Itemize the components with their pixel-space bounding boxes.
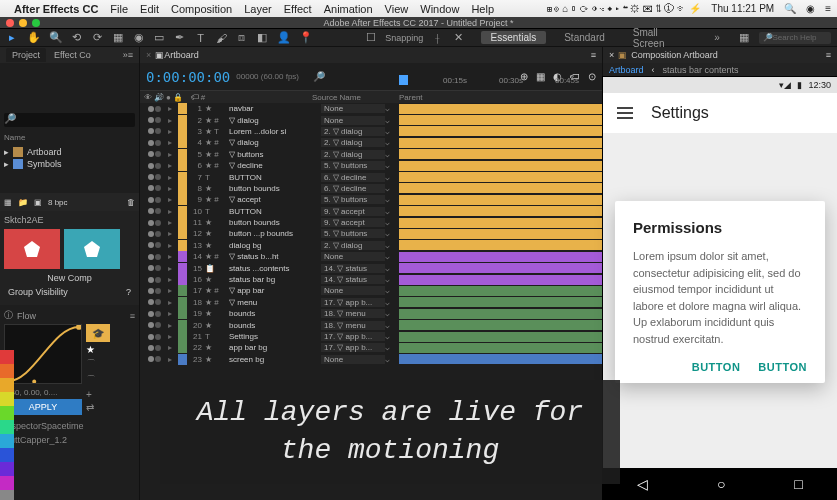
menu-layer[interactable]: Layer (244, 3, 272, 15)
swatch[interactable] (0, 476, 14, 490)
menu-view[interactable]: View (385, 3, 409, 15)
color-swatches[interactable] (0, 350, 14, 500)
shape-tool[interactable]: ▭ (153, 31, 166, 45)
group-visibility-help[interactable]: ? (126, 287, 131, 297)
layer-row[interactable]: ▸ 7 T BUTTON 6. ▽ decline⌵ (140, 171, 602, 182)
composition-viewer[interactable]: ▾◢ ▮ 12:30 Settings Permissions Lorem ip… (603, 77, 837, 500)
buttcapper[interactable]: ButtCapper_1.2 (4, 435, 135, 445)
app-menu[interactable]: After Effects CC (14, 3, 98, 15)
menu-file[interactable]: File (110, 3, 128, 15)
timeline-tab-artboard[interactable]: Artboard (164, 50, 199, 60)
tab-effect-controls[interactable]: Effect Co (54, 50, 91, 60)
bezier-values[interactable]: 0.40, 0.00, 0.... (4, 388, 82, 397)
layer-row[interactable]: ▸ 4 ★ # ▽ dialog 2. ▽ dialog⌵ (140, 137, 602, 148)
workspace-standard[interactable]: Standard (554, 32, 615, 43)
reset-workspace-icon[interactable]: ▦ (738, 31, 751, 45)
layer-row[interactable]: ▸ 14 ★ # ▽ status b...ht None⌵ (140, 251, 602, 262)
layer-row[interactable]: ▸ 3 ★ T Lorem ...dolor si 2. ▽ dialog⌵ (140, 126, 602, 137)
text-tool[interactable]: T (194, 31, 207, 45)
selection-tool[interactable]: ▸ (6, 31, 19, 45)
layer-row[interactable]: ▸ 6 ★ # ▽ decline 5. ▽ buttons⌵ (140, 160, 602, 171)
menu-edit[interactable]: Edit (140, 3, 159, 15)
layer-row[interactable]: ▸ 10 T BUTTON 9. ▽ accept⌵ (140, 206, 602, 217)
layer-row[interactable]: ▸ 16 ★ status bar bg 14. ▽ status⌵ (140, 274, 602, 285)
project-search[interactable]: 🔎 (4, 113, 135, 127)
interpret-icon[interactable]: ▦ (4, 198, 12, 207)
layer-row[interactable]: ▸ 15 📋 status ...contents 14. ▽ status⌵ (140, 262, 602, 273)
menu-window[interactable]: Window (420, 3, 459, 15)
brush-tool[interactable]: 🖌 (215, 31, 228, 45)
layer-row[interactable]: ▸ 9 ★ # ▽ accept 5. ▽ buttons⌵ (140, 194, 602, 205)
swatch[interactable] (0, 406, 14, 420)
layer-row[interactable]: ▸ 13 ★ dialog bg 2. ▽ dialog⌵ (140, 240, 602, 251)
anchor-tool[interactable]: ◉ (132, 31, 145, 45)
playhead[interactable] (399, 75, 408, 85)
layer-row[interactable]: ▸ 22 ★ app bar bg 17. ▽ app b...⌵ (140, 342, 602, 353)
rotate-tool[interactable]: ⟳ (91, 31, 104, 45)
puppet-tool[interactable]: 📍 (299, 31, 313, 45)
roto-tool[interactable]: 👤 (277, 31, 291, 45)
pen-tool[interactable]: ✒ (174, 31, 187, 45)
trash-icon[interactable]: 🗑 (127, 198, 135, 207)
traffic-lights[interactable] (6, 19, 40, 27)
layer-row[interactable]: ▸ 2 ★ # ▽ dialog None⌵ (140, 114, 602, 125)
menu-help[interactable]: Help (471, 3, 494, 15)
menubar-icons[interactable]: ⊞ ⊚ ⌂ ▯ ⟳ ◑ ⌥ ◆ ▸ ☁ ⚙ ✉ ⇅ ⓘ ᯤ ⚡ (547, 3, 702, 14)
workspace-smallscreen[interactable]: Small Screen (623, 27, 697, 49)
layer-row[interactable]: ▸ 5 ★ # ▽ buttons 2. ▽ dialog⌵ (140, 149, 602, 160)
new-comp-icon[interactable]: ▣ (34, 198, 42, 207)
swatch[interactable] (0, 364, 14, 378)
swatch[interactable] (0, 434, 14, 448)
search-layers-icon[interactable]: 🔎 (313, 71, 325, 82)
swatch[interactable] (0, 392, 14, 406)
siri-icon[interactable]: ◉ (806, 3, 815, 14)
stamp-tool[interactable]: ⧈ (235, 31, 248, 45)
menu-composition[interactable]: Composition (171, 3, 232, 15)
layer-row[interactable]: ▸ 20 ★ bounds 18. ▽ menu⌵ (140, 319, 602, 330)
clock[interactable]: Thu 11:21 PM (711, 3, 774, 14)
timeline-menu-icon[interactable]: ≡ (591, 50, 596, 60)
current-timecode[interactable]: 0:00:00:00 (146, 69, 230, 85)
flow-curve-editor[interactable] (4, 324, 82, 384)
project-item-artboard[interactable]: ▸Artboard (4, 146, 135, 158)
layer-row[interactable]: ▸ 17 ★ # ▽ app bar None⌵ (140, 285, 602, 296)
name-column[interactable]: Name (4, 133, 135, 142)
layer-list[interactable]: ▸ 1 ★ navbar None⌵ ▸ 2 ★ # ▽ dialog None… (140, 103, 602, 367)
time-ruler[interactable]: 00:15s 00:30s 00:45s (399, 76, 589, 88)
source-name-header[interactable]: Source Name (312, 93, 399, 102)
layer-row[interactable]: ▸ 19 ★ bounds 18. ▽ menu⌵ (140, 308, 602, 319)
flow-add-icon[interactable]: + (86, 389, 110, 400)
preset-teal[interactable] (64, 229, 120, 269)
bpc-label[interactable]: 8 bpc (48, 198, 68, 207)
snap-opt2[interactable]: ✕ (452, 31, 465, 45)
layer-row[interactable]: ▸ 11 ★ button bounds 9. ▽ accept⌵ (140, 217, 602, 228)
layer-row[interactable]: ▸ 23 ★ screen bg None⌵ (140, 354, 602, 365)
crumb-artboard[interactable]: Artboard (609, 65, 644, 75)
search-help[interactable]: 🔎 Search Help (759, 32, 831, 44)
panel-menu-icon[interactable]: »≡ (123, 50, 133, 60)
crumb-statusbar[interactable]: status bar contents (663, 65, 739, 75)
swatch[interactable] (0, 448, 14, 462)
layer-row[interactable]: ▸ 21 T Settings 17. ▽ app b...⌵ (140, 331, 602, 342)
parent-header[interactable]: Parent (399, 93, 473, 102)
project-item-symbols[interactable]: ▸Symbols (4, 158, 135, 170)
swatch[interactable] (0, 462, 14, 476)
layer-row[interactable]: ▸ 18 ★ # ▽ menu 17. ▽ app b...⌵ (140, 297, 602, 308)
zoom-tool[interactable]: 🔍 (49, 31, 63, 45)
snapping-checkbox[interactable]: ☐ (365, 31, 378, 45)
workspace-essentials[interactable]: Essentials (481, 31, 547, 44)
menu-animation[interactable]: Animation (324, 3, 373, 15)
menu-effect[interactable]: Effect (284, 3, 312, 15)
flow-preset-1[interactable]: 🎓 (86, 324, 110, 342)
flow-preset-2[interactable]: ⌒ (86, 357, 110, 371)
swatch[interactable] (0, 490, 14, 500)
tl-icon-5[interactable]: ⊙ (588, 71, 596, 82)
snap-opt1[interactable]: ⟊ (431, 31, 444, 45)
preset-red[interactable] (4, 229, 60, 269)
notification-icon[interactable]: ≡ (825, 3, 831, 14)
layer-row[interactable]: ▸ 12 ★ button ...p bounds 5. ▽ buttons⌵ (140, 228, 602, 239)
flow-apply-button[interactable]: APPLY (4, 399, 82, 415)
orbit-tool[interactable]: ⟲ (71, 31, 84, 45)
swatch[interactable] (0, 420, 14, 434)
spotlight-icon[interactable]: 🔍 (784, 3, 796, 14)
